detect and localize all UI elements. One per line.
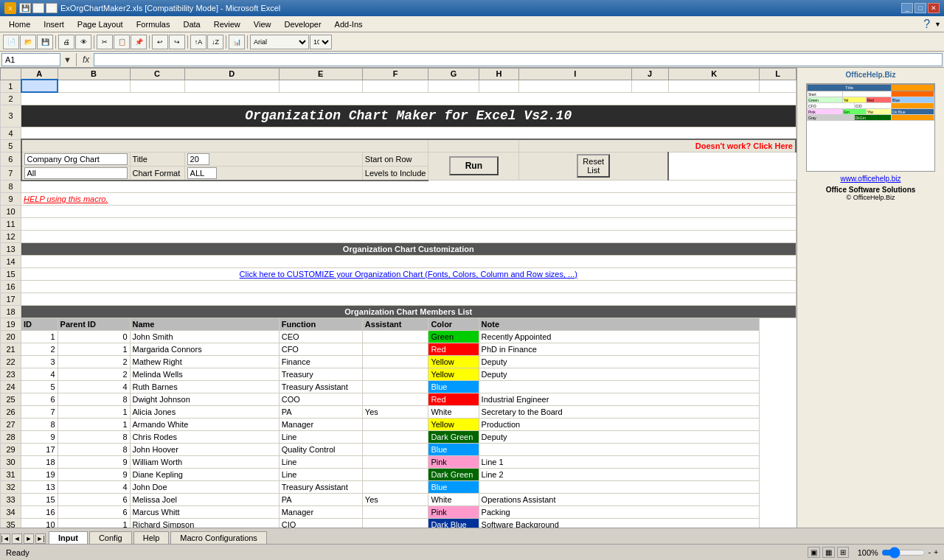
cell-row5-mid[interactable] bbox=[428, 139, 519, 152]
cell-E1[interactable] bbox=[279, 80, 362, 92]
preview-btn[interactable]: 👁 bbox=[75, 35, 91, 49]
cell-note[interactable]: Recently Appointed bbox=[479, 331, 760, 343]
redo-quick-btn[interactable]: ↪ bbox=[46, 3, 58, 13]
menu-home[interactable]: Home bbox=[3, 18, 36, 30]
cell-assistant[interactable]: Yes bbox=[362, 406, 428, 419]
cell-assistant[interactable] bbox=[362, 331, 428, 343]
menu-add-ins[interactable]: Add-Ins bbox=[329, 18, 369, 30]
row-header-35[interactable]: 35 bbox=[1, 519, 21, 528]
cell-id[interactable]: 5 bbox=[21, 381, 58, 393]
cell-color[interactable]: White bbox=[428, 406, 479, 419]
cell-function[interactable]: PA bbox=[279, 494, 362, 506]
cell-D1[interactable] bbox=[184, 80, 279, 92]
page-layout-btn[interactable]: ▦ bbox=[822, 547, 835, 558]
row-header-5[interactable]: 5 bbox=[1, 139, 21, 152]
cell-note[interactable] bbox=[479, 481, 760, 494]
normal-view-btn[interactable]: ▣ bbox=[808, 547, 820, 558]
row-header-14[interactable]: 14 bbox=[1, 256, 21, 268]
name-box[interactable] bbox=[1, 53, 60, 66]
col-header-G[interactable]: G bbox=[428, 69, 479, 80]
cell-name[interactable]: John Smith bbox=[130, 331, 279, 343]
cell-G1[interactable] bbox=[428, 80, 479, 92]
minimize-ribbon-btn[interactable]: ▼ bbox=[934, 21, 941, 28]
cell-function[interactable]: Treasury Assistant bbox=[279, 381, 362, 393]
cell-assistant[interactable] bbox=[362, 419, 428, 431]
copy-btn[interactable]: 📋 bbox=[114, 35, 130, 49]
table-row[interactable]: 29 17 8 John Hoover Quality Control Blue bbox=[1, 444, 796, 456]
levels-input-cell[interactable] bbox=[184, 166, 362, 181]
save-btn[interactable]: 💾 bbox=[37, 35, 53, 49]
title-input-cell[interactable] bbox=[21, 152, 131, 166]
cell-parentid[interactable]: 1 bbox=[58, 406, 130, 419]
table-row[interactable]: 24 5 4 Ruth Barnes Treasury Assistant Bl… bbox=[1, 381, 796, 393]
cell-id[interactable]: 1 bbox=[21, 331, 58, 343]
cell-parentid[interactable]: 6 bbox=[58, 506, 130, 519]
cut-btn[interactable]: ✂ bbox=[97, 35, 113, 49]
cell-parentid[interactable]: 4 bbox=[58, 381, 130, 393]
col-header-I[interactable]: I bbox=[519, 69, 631, 80]
cell-name[interactable]: Richard Simpson bbox=[130, 519, 279, 528]
zoom-plus-btn[interactable]: + bbox=[934, 548, 938, 556]
cell-name[interactable]: Armando White bbox=[130, 419, 279, 431]
cell-assistant[interactable] bbox=[362, 393, 428, 406]
formula-input[interactable] bbox=[94, 53, 943, 66]
cell-row12[interactable] bbox=[21, 231, 796, 243]
table-row[interactable]: 21 2 1 Margarida Connors CFO Red PhD in … bbox=[1, 343, 796, 356]
cell-note[interactable]: Line 2 bbox=[479, 469, 760, 481]
cell-note[interactable]: Line 1 bbox=[479, 456, 760, 469]
table-row[interactable]: 32 13 4 John Doe Treasury Assistant Blue bbox=[1, 481, 796, 494]
cell-K1[interactable] bbox=[668, 80, 760, 92]
cell-note[interactable]: Operations Assistant bbox=[479, 494, 760, 506]
cell-color[interactable]: White bbox=[428, 494, 479, 506]
cell-name[interactable]: Dwight Johnson bbox=[130, 393, 279, 406]
cell-parentid[interactable]: 1 bbox=[58, 343, 130, 356]
row-header-12[interactable]: 12 bbox=[1, 231, 21, 243]
row-header-23[interactable]: 23 bbox=[1, 368, 21, 381]
table-row[interactable]: 26 7 1 Alicia Jones PA Yes White Secreta… bbox=[1, 406, 796, 419]
cell-id[interactable]: 4 bbox=[21, 368, 58, 381]
cell-color[interactable]: Dark Green bbox=[428, 469, 479, 481]
cell-id[interactable]: 7 bbox=[21, 406, 58, 419]
cell-assistant[interactable] bbox=[362, 469, 428, 481]
table-row[interactable]: 33 15 6 Melissa Joel PA Yes White Operat… bbox=[1, 494, 796, 506]
row-header-24[interactable]: 24 bbox=[1, 381, 21, 393]
sort-asc-btn[interactable]: ↑A bbox=[190, 35, 206, 49]
table-row[interactable]: 31 19 9 Diane Kepling Line Dark Green Li… bbox=[1, 469, 796, 481]
website-link[interactable]: www.officehelp.biz bbox=[840, 175, 900, 183]
cell-id[interactable]: 13 bbox=[21, 481, 58, 494]
cell-assistant[interactable] bbox=[362, 381, 428, 393]
row-header-6[interactable]: 6 bbox=[1, 152, 21, 166]
cell-C1[interactable] bbox=[130, 80, 184, 92]
col-header-C[interactable]: C bbox=[130, 69, 184, 80]
customization-link-cell[interactable]: Click here to CUSTOMIZE your Organizatio… bbox=[21, 268, 796, 281]
sheet-tab-help[interactable]: Help bbox=[133, 531, 170, 544]
cell-name[interactable]: Chris Rodes bbox=[130, 431, 279, 444]
cell-id[interactable]: 19 bbox=[21, 469, 58, 481]
restore-btn[interactable]: □ bbox=[914, 3, 926, 13]
cell-parentid[interactable]: 1 bbox=[58, 419, 130, 431]
cell-id[interactable]: 3 bbox=[21, 356, 58, 368]
row-header-25[interactable]: 25 bbox=[1, 393, 21, 406]
table-row[interactable]: 22 3 2 Mathew Right Finance Yellow Deput… bbox=[1, 356, 796, 368]
cell-parentid[interactable]: 0 bbox=[58, 331, 130, 343]
cell-parentid[interactable]: 4 bbox=[58, 481, 130, 494]
tab-first-btn[interactable]: |◄ bbox=[0, 533, 10, 544]
cell-parentid[interactable]: 6 bbox=[58, 494, 130, 506]
cell-note[interactable]: Deputy bbox=[479, 356, 760, 368]
page-break-btn[interactable]: ⊞ bbox=[837, 547, 849, 558]
cell-assistant[interactable] bbox=[362, 368, 428, 381]
redo-btn[interactable]: ↪ bbox=[169, 35, 185, 49]
table-row[interactable]: 34 16 6 Marcus Whitt Manager Pink Packin… bbox=[1, 506, 796, 519]
cell-note[interactable]: Industrial Engineer bbox=[479, 393, 760, 406]
cell-F1[interactable] bbox=[362, 80, 428, 92]
cell-assistant[interactable] bbox=[362, 481, 428, 494]
help-icon[interactable]: ? bbox=[923, 18, 930, 31]
cell-id[interactable]: 10 bbox=[21, 519, 58, 528]
cell-id[interactable]: 2 bbox=[21, 343, 58, 356]
col-header-K[interactable]: K bbox=[668, 69, 760, 80]
cell-id[interactable]: 8 bbox=[21, 419, 58, 431]
cell-color[interactable]: Pink bbox=[428, 506, 479, 519]
row-header-9[interactable]: 9 bbox=[1, 193, 21, 206]
cell-color[interactable]: Blue bbox=[428, 444, 479, 456]
chart-btn[interactable]: 📊 bbox=[229, 35, 245, 49]
